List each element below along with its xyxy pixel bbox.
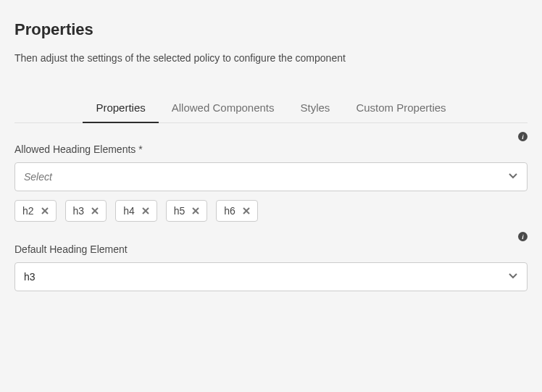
allowed-headings-select[interactable]: Select	[14, 162, 528, 191]
tag-label: h2	[22, 205, 34, 217]
close-icon[interactable]	[41, 207, 49, 214]
close-icon[interactable]	[142, 207, 149, 214]
tag-h6: h6	[216, 200, 258, 222]
tag-label: h5	[174, 205, 185, 217]
field-default-heading-element: i Default Heading Element h3	[14, 243, 528, 291]
page-subtitle: Then adjust the settings of the selected…	[14, 52, 528, 64]
default-heading-select[interactable]: h3	[14, 262, 528, 291]
tab-custom-properties[interactable]: Custom Properties	[343, 93, 459, 122]
select-value: h3	[24, 271, 36, 283]
select-placeholder: Select	[24, 171, 52, 183]
selected-tags: h2 h3 h4 h5 h6	[14, 200, 528, 222]
tag-h4: h4	[115, 200, 157, 222]
tag-label: h3	[73, 205, 85, 217]
tag-h3: h3	[65, 200, 107, 222]
tabs-bar: Properties Allowed Components Styles Cus…	[14, 93, 528, 123]
field-label: Default Heading Element	[14, 243, 128, 255]
tab-allowed-components[interactable]: Allowed Components	[159, 93, 288, 122]
page-title: Properties	[14, 20, 528, 39]
info-icon[interactable]: i	[518, 232, 528, 241]
tab-styles[interactable]: Styles	[288, 93, 343, 122]
close-icon[interactable]	[192, 207, 199, 214]
tag-h5: h5	[166, 200, 208, 222]
tag-h2: h2	[14, 200, 57, 222]
tag-label: h6	[224, 205, 235, 217]
field-allowed-heading-elements: i Allowed Heading Elements * Select h2 h…	[14, 143, 528, 222]
tab-properties[interactable]: Properties	[83, 93, 158, 122]
tag-label: h4	[123, 205, 135, 217]
close-icon[interactable]	[243, 207, 250, 214]
close-icon[interactable]	[91, 207, 99, 214]
chevron-down-icon	[508, 170, 518, 183]
field-label: Allowed Heading Elements *	[14, 143, 143, 155]
info-icon[interactable]: i	[518, 132, 528, 141]
chevron-down-icon	[508, 270, 518, 283]
